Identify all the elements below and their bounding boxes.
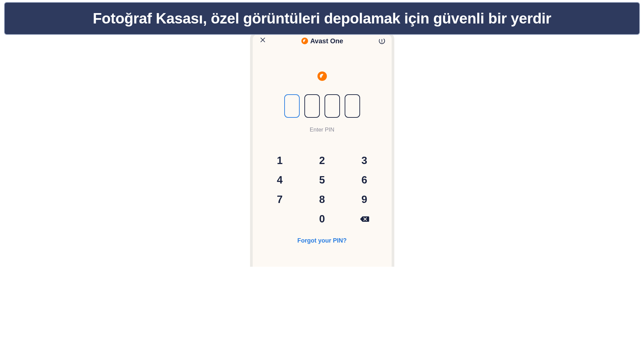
subscribe-icon xyxy=(378,37,386,45)
keypad-key-7[interactable]: 7 xyxy=(271,192,288,207)
backspace-icon xyxy=(360,216,369,222)
app-title: Avast One xyxy=(310,37,343,45)
phone-frame: Avast One Enter PIN 1 2 3 4 5 6 7 xyxy=(250,32,394,267)
avast-logo-icon xyxy=(301,38,308,44)
pin-box-4[interactable] xyxy=(345,94,360,118)
subscribe-button[interactable] xyxy=(378,37,386,45)
keypad-key-backspace[interactable] xyxy=(356,212,373,226)
keypad-key-0[interactable]: 0 xyxy=(314,212,331,226)
info-banner: Fotoğraf Kasası, özel görüntüleri depola… xyxy=(4,2,640,35)
app-title-wrap: Avast One xyxy=(301,37,343,45)
pin-input-group xyxy=(253,94,392,118)
close-icon xyxy=(259,37,266,43)
pin-box-1[interactable] xyxy=(284,94,300,118)
keypad-key-3[interactable]: 3 xyxy=(356,153,373,168)
keypad-key-4[interactable]: 4 xyxy=(271,173,288,188)
forgot-pin-link[interactable]: Forgot your PIN? xyxy=(253,237,392,244)
keypad-row: 4 5 6 xyxy=(271,173,373,188)
keypad-key-5[interactable]: 5 xyxy=(314,173,331,188)
keypad-row: 7 8 9 xyxy=(271,192,373,207)
keypad-key-8[interactable]: 8 xyxy=(314,192,331,207)
center-logo-wrap xyxy=(253,71,392,81)
pin-box-3[interactable] xyxy=(325,94,340,118)
app-header: Avast One xyxy=(253,35,392,49)
pin-box-2[interactable] xyxy=(304,94,320,118)
avast-center-logo-icon xyxy=(317,71,327,81)
pin-prompt: Enter PIN xyxy=(253,126,392,133)
keypad-key-6[interactable]: 6 xyxy=(356,173,373,188)
close-button[interactable] xyxy=(259,37,267,45)
banner-text: Fotoğraf Kasası, özel görüntüleri depola… xyxy=(93,10,551,27)
keypad-key-2[interactable]: 2 xyxy=(314,153,331,168)
keypad-row: 0 xyxy=(271,212,373,226)
keypad-key-1[interactable]: 1 xyxy=(271,153,288,168)
keypad-key-9[interactable]: 9 xyxy=(356,192,373,207)
keypad: 1 2 3 4 5 6 7 8 9 0 xyxy=(253,153,392,226)
keypad-row: 1 2 3 xyxy=(271,153,373,168)
